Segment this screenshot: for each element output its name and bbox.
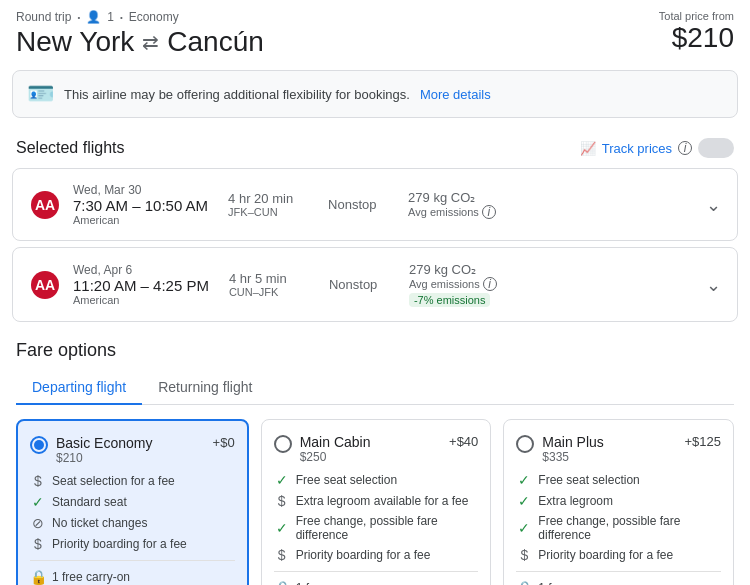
fare-base-price: $210: [56, 451, 205, 465]
fare-base-price: $250: [300, 450, 441, 464]
flight-emissions: 279 kg CO₂ Avg emissions i -7% emissions: [409, 262, 529, 307]
fare-feature-text: No ticket changes: [52, 516, 147, 530]
track-prices-label: Track prices: [602, 141, 672, 156]
fare-feature: $ Priority boarding for a fee: [274, 547, 479, 563]
baggage-feature-text: 1 free carry-on: [52, 570, 130, 584]
flight-card-0[interactable]: AA Wed, Mar 30 7:30 AM – 10:50 AM Americ…: [12, 168, 738, 241]
fare-features-list: ✓ Free seat selection ✓ Extra legroom ✓ …: [516, 472, 721, 563]
more-details-link[interactable]: More details: [420, 87, 491, 102]
selected-flights-title: Selected flights: [16, 139, 125, 157]
passenger-count: 1: [107, 10, 114, 24]
fare-baggage-list: 🔒 1 free carry-on 🔒 1st checked bag free: [516, 580, 721, 585]
flight-date: Wed, Mar 30: [73, 183, 208, 197]
fare-feature: ✓ Free seat selection: [274, 472, 479, 488]
expand-chevron-icon[interactable]: ⌄: [706, 194, 721, 216]
emissions-label: Avg emissions i: [409, 277, 529, 291]
fare-feature-text: Priority boarding for a fee: [296, 548, 431, 562]
flight-card-1[interactable]: AA Wed, Apr 6 11:20 AM – 4:25 PM America…: [12, 247, 738, 322]
trending-up-icon: 📈: [580, 141, 596, 156]
fare-feature: ✓ Standard seat: [30, 494, 235, 510]
fare-features-list: ✓ Free seat selection $ Extra legroom av…: [274, 472, 479, 563]
svg-text:AA: AA: [35, 277, 55, 293]
fare-feature: $ Seat selection for a fee: [30, 473, 235, 489]
baggage-feature-text: 1 free carry-on: [538, 581, 616, 585]
flight-duration: 4 hr 20 min: [228, 191, 308, 206]
fare-feature-text: Standard seat: [52, 495, 127, 509]
banner-text: This airline may be offering additional …: [64, 87, 410, 102]
total-price-amount: $210: [659, 22, 734, 54]
flight-route: CUN–JFK: [229, 286, 309, 298]
check-icon: ✓: [30, 494, 46, 510]
fare-feature: ✓ Free seat selection: [516, 472, 721, 488]
baggage-feature: 🔒 1 free carry-on: [274, 580, 479, 585]
check-icon: ✓: [274, 520, 290, 536]
destination-city: Cancún: [167, 26, 264, 58]
fare-options-title: Fare options: [16, 340, 734, 361]
flight-info: Wed, Apr 6 11:20 AM – 4:25 PM American 4…: [73, 262, 694, 307]
fare-option-2[interactable]: Main Plus $335 +$125 ✓ Free seat selecti…: [503, 419, 734, 585]
trip-type: Round trip: [16, 10, 71, 24]
cabin-class: Economy: [129, 10, 179, 24]
fare-radio-button[interactable]: [516, 435, 534, 453]
fare-feature-text: Priority boarding for a fee: [52, 537, 187, 551]
flight-duration: 4 hr 5 min: [229, 271, 309, 286]
fare-baggage-list: 🔒 1 free carry-on 🔒 1st checked bag: $30: [274, 580, 479, 585]
track-prices-toggle[interactable]: [698, 138, 734, 158]
emissions-badge: -7% emissions: [409, 293, 491, 307]
fare-feature: ✓ Free change, possible fare difference: [274, 514, 479, 542]
fare-option-0[interactable]: Basic Economy $210 +$0 $ Seat selection …: [16, 419, 249, 585]
fare-feature: ✓ Free change, possible fare difference: [516, 514, 721, 542]
flight-time: 11:20 AM – 4:25 PM: [73, 277, 209, 294]
airline-logo: AA: [29, 189, 61, 221]
fare-features-list: $ Seat selection for a fee ✓ Standard se…: [30, 473, 235, 552]
fare-feature: ⊘ No ticket changes: [30, 515, 235, 531]
track-prices-info-icon[interactable]: i: [678, 141, 692, 155]
emissions-info-icon[interactable]: i: [483, 277, 497, 291]
fare-name: Basic Economy: [56, 435, 205, 451]
fare-feature-text: Extra legroom available for a fee: [296, 494, 469, 508]
fare-feature-text: Extra legroom: [538, 494, 613, 508]
fare-name: Main Plus: [542, 434, 676, 450]
check-icon: ✓: [516, 493, 532, 509]
fare-add-price: +$0: [213, 435, 235, 450]
dollar-icon: $: [274, 493, 290, 509]
tab-returning-flight[interactable]: Returning flight: [142, 371, 268, 405]
emissions-value: 279 kg CO₂: [408, 190, 528, 205]
route-arrows-icon: ⇄: [142, 30, 159, 54]
no-icon: ⊘: [30, 515, 46, 531]
airline-logo: AA: [29, 269, 61, 301]
flight-airline: American: [73, 214, 208, 226]
dollar-icon: $: [516, 547, 532, 563]
origin-city: New York: [16, 26, 134, 58]
flight-route: JFK–CUN: [228, 206, 308, 218]
fare-option-1[interactable]: Main Cabin $250 +$40 ✓ Free seat selecti…: [261, 419, 492, 585]
fare-feature-text: Seat selection for a fee: [52, 474, 175, 488]
emissions-info-icon[interactable]: i: [482, 205, 496, 219]
flight-time: 7:30 AM – 10:50 AM: [73, 197, 208, 214]
emissions-label: Avg emissions i: [408, 205, 528, 219]
lock-icon: 🔒: [30, 569, 46, 585]
fare-radio-button[interactable]: [274, 435, 292, 453]
fare-feature: ✓ Extra legroom: [516, 493, 721, 509]
fare-name: Main Cabin: [300, 434, 441, 450]
flight-date: Wed, Apr 6: [73, 263, 209, 277]
tab-departing-flight[interactable]: Departing flight: [16, 371, 142, 405]
check-icon: ✓: [516, 472, 532, 488]
fare-feature-text: Free change, possible fare difference: [296, 514, 479, 542]
expand-chevron-icon[interactable]: ⌄: [706, 274, 721, 296]
emissions-value: 279 kg CO₂: [409, 262, 529, 277]
fare-tabs: Departing flight Returning flight: [16, 371, 734, 405]
fare-feature-text: Free change, possible fare difference: [538, 514, 721, 542]
check-icon: ✓: [274, 472, 290, 488]
flight-airline: American: [73, 294, 209, 306]
flexibility-banner: 🪪 This airline may be offering additiona…: [12, 70, 738, 118]
dollar-icon: $: [30, 473, 46, 489]
flight-info: Wed, Mar 30 7:30 AM – 10:50 AM American …: [73, 183, 694, 226]
fare-radio-button[interactable]: [30, 436, 48, 454]
lock-icon: 🔒: [516, 580, 532, 585]
lock-icon: 🔒: [274, 580, 290, 585]
fare-feature: $ Extra legroom available for a fee: [274, 493, 479, 509]
dollar-icon: $: [30, 536, 46, 552]
banner-icon: 🪪: [27, 81, 54, 107]
flight-stop: Nonstop: [329, 277, 389, 292]
